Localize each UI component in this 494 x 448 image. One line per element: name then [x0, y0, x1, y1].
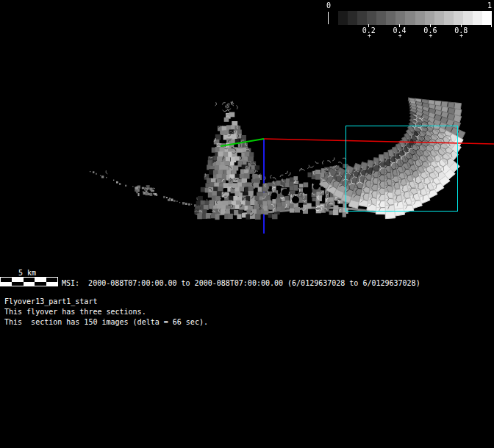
scale-bar-checker-cell — [35, 282, 46, 286]
scale-bar-checker-cell — [1, 282, 12, 286]
scale-bar-checker-cell — [12, 282, 23, 286]
colorbar-step — [434, 11, 444, 25]
colorbar-step — [338, 11, 348, 25]
status-line: MSI: 2000-088T07:00:00.00 to 2000-088T07… — [62, 278, 420, 288]
flyover-title: Flyover13_part1_start — [4, 297, 97, 306]
flyover-images-line: This section has 150 images (delta = 66 … — [4, 317, 208, 327]
colorbar-min-label: 0 — [326, 1, 331, 10]
asteroid-3d-view-canvas[interactable] — [0, 0, 494, 264]
colorbar-step — [444, 11, 454, 25]
flyover-sections-line: This flyover has three sections. — [4, 307, 146, 317]
scale-bar-checker — [0, 277, 58, 286]
colorbar-step — [473, 11, 482, 25]
colorbar-step — [348, 11, 357, 25]
colorbar-step — [376, 11, 386, 25]
scale-bar-checker-cell — [46, 282, 57, 286]
colorbar-step — [463, 11, 473, 25]
scale-bar-checker-cell — [24, 282, 35, 286]
colorbar-step — [425, 11, 434, 25]
colorbar-step — [405, 11, 415, 25]
colorbar-step — [395, 11, 405, 25]
colorbar-minor-tick: + — [458, 32, 465, 39]
colorbar-step — [367, 11, 376, 25]
colorbar-step — [415, 11, 425, 25]
colorbar-step — [386, 11, 395, 25]
colorbar-min-tick — [328, 12, 329, 24]
colorbar-minor-tick: + — [427, 32, 434, 39]
colorbar-max-label: 1 — [487, 1, 492, 10]
colorbar-step — [482, 11, 492, 25]
colorbar-gradient — [338, 11, 492, 25]
colorbar-minor-tick: + — [397, 32, 404, 39]
flyover-viewer-window: 0 1 0.2+0.4+0.6+0.8+ 5 km MSI: 2000-088T… — [0, 0, 494, 448]
colorbar-step — [357, 11, 367, 25]
colorbar-step — [454, 11, 463, 25]
colorbar-minor-tick: + — [366, 32, 373, 39]
